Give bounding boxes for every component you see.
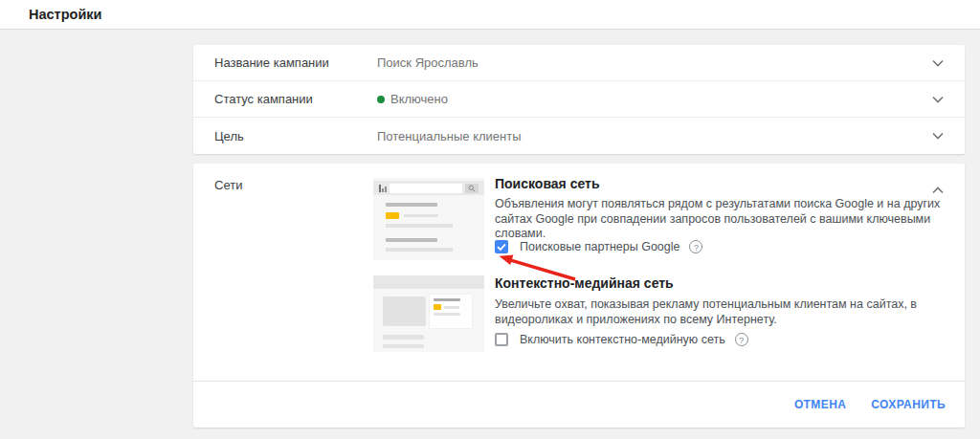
display-mockup-text-lines: [373, 328, 484, 348]
row-campaign-name-value: Поиск Ярославль: [377, 55, 479, 70]
display-mockup-header: [373, 275, 484, 289]
display-network-illustration: [373, 275, 484, 352]
search-network-heading: Поисковая сеть: [495, 176, 600, 191]
help-icon[interactable]: ?: [735, 333, 748, 346]
search-partners-checkbox-row[interactable]: Поисковые партнеры Google ?: [495, 240, 702, 253]
row-campaign-status-value: Включено: [377, 92, 448, 106]
help-icon[interactable]: ?: [689, 240, 702, 253]
search-mockup-button: [465, 184, 479, 193]
display-network-checkbox-label: Включить контекстно-медийную сеть: [520, 333, 725, 346]
logo-bars-icon: [379, 184, 387, 192]
row-campaign-status-label: Статус кампании: [214, 92, 377, 106]
chevron-down-icon[interactable]: [932, 132, 944, 140]
cancel-button[interactable]: ОТМЕНА: [794, 398, 846, 411]
row-goal[interactable]: Цель Потенциальные клиенты: [193, 118, 965, 154]
chevron-up-icon[interactable]: [932, 181, 944, 198]
status-enabled-dot-icon: [377, 96, 385, 103]
row-campaign-status[interactable]: Статус кампании Включено: [193, 81, 965, 118]
row-campaign-name-label: Название кампании: [214, 55, 377, 70]
display-network-heading: Контекстно-медийная сеть: [495, 275, 674, 291]
display-network-description: Увеличьте охват, показывая рекламу потен…: [495, 297, 947, 327]
row-goal-label: Цель: [214, 129, 377, 143]
top-bar: Настройки: [0, 0, 980, 30]
search-network-description: Объявления могут появляться рядом с резу…: [495, 197, 947, 242]
checkmark-icon: [495, 240, 508, 253]
display-mockup-content-block: [383, 296, 426, 326]
search-network-illustration: [373, 178, 484, 260]
networks-label: Сети: [214, 178, 242, 192]
search-mockup-results: [373, 195, 484, 252]
page-title: Настройки: [29, 7, 102, 22]
search-partners-checkbox[interactable]: [495, 240, 508, 253]
status-text: Включено: [390, 92, 448, 106]
networks-panel: Сети: [193, 164, 965, 428]
row-campaign-name[interactable]: Название кампании Поиск Ярославль: [193, 45, 965, 81]
save-button[interactable]: СОХРАНИТЬ: [871, 398, 946, 411]
magnifier-icon: [468, 185, 476, 192]
display-network-checkbox[interactable]: [495, 333, 508, 346]
chevron-down-icon[interactable]: [932, 96, 944, 103]
row-goal-value: Потенциальные клиенты: [377, 129, 522, 143]
display-mockup-ad-card: [430, 295, 472, 328]
display-network-checkbox-row[interactable]: Включить контекстно-медийную сеть ?: [495, 333, 748, 346]
search-mockup-header: [373, 181, 484, 195]
chevron-down-icon[interactable]: [932, 59, 944, 67]
settings-rows-card: Название кампании Поиск Ярославль Статус…: [193, 45, 965, 154]
search-mockup-input: [390, 184, 462, 193]
search-partners-checkbox-label: Поисковые партнеры Google: [520, 240, 679, 253]
panel-footer: ОТМЕНА СОХРАНИТЬ: [193, 382, 965, 428]
